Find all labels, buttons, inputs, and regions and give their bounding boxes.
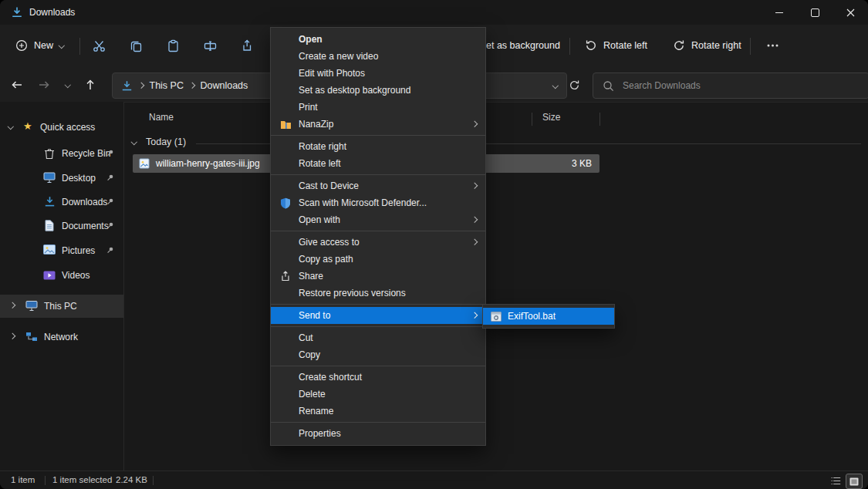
menu-item-set-as-desktop-background[interactable]: Set as desktop background	[271, 82, 485, 99]
see-more-button[interactable]	[758, 33, 787, 58]
new-button[interactable]: New	[8, 33, 72, 58]
pin-icon	[106, 174, 114, 182]
breadcrumb-this-pc[interactable]: This PC	[150, 80, 184, 91]
pin-icon	[106, 246, 114, 255]
group-header-label[interactable]: Today (1)	[146, 137, 186, 147]
thumbnail-view-icon	[849, 477, 859, 486]
address-dropdown-icon[interactable]	[552, 83, 558, 89]
menu-item-create-a-new-video[interactable]: Create a new video	[271, 48, 485, 65]
paste-button[interactable]	[158, 33, 187, 58]
column-divider[interactable]	[532, 113, 532, 126]
menu-item-label: Rename	[299, 406, 333, 416]
rename-button[interactable]	[195, 33, 225, 58]
menu-item-open-with[interactable]: Open with	[271, 211, 485, 228]
downloads-icon	[11, 6, 23, 19]
thumbnail-view-button[interactable]	[846, 474, 863, 489]
menu-item-rotate-left[interactable]: Rotate left	[271, 155, 485, 172]
menu-item-share[interactable]: Share	[271, 268, 485, 285]
downloads-icon	[44, 196, 56, 207]
menu-item-rename[interactable]: Rename	[271, 403, 485, 420]
column-header-name[interactable]: Name	[149, 112, 174, 123]
share-button[interactable]	[232, 33, 262, 58]
details-view-icon	[831, 477, 841, 485]
menu-item-print[interactable]: Print	[271, 99, 485, 116]
submenu-item-exiftool-bat[interactable]: ExifTool.bat	[483, 308, 614, 325]
details-view-button[interactable]	[828, 474, 843, 487]
new-button-label: New	[34, 40, 53, 51]
sidebar-item-videos[interactable]: Videos	[0, 264, 123, 287]
menu-item-delete[interactable]: Delete	[271, 386, 485, 403]
menu-item-restore-previous-versions[interactable]: Restore previous versions	[271, 285, 485, 302]
sidebar-item-downloads[interactable]: Downloads	[0, 191, 123, 214]
set-as-background-button-clipped[interactable]: et as background	[486, 40, 560, 51]
menu-item-edit-with-photos[interactable]: Edit with Photos	[271, 65, 485, 82]
see-more-icon	[767, 44, 778, 47]
menu-item-send-to[interactable]: Send to	[271, 307, 485, 324]
submenu-arrow-icon	[471, 217, 477, 223]
sidebar-item-pictures[interactable]: Pictures	[0, 239, 123, 262]
column-header-size[interactable]: Size	[542, 112, 560, 123]
recent-locations-button[interactable]	[61, 74, 75, 96]
column-divider[interactable]	[599, 113, 600, 126]
star-icon: ★	[23, 120, 32, 132]
menu-item-copy[interactable]: Copy	[271, 346, 485, 363]
menu-item-label: Properties	[299, 428, 341, 439]
this-pc-label: This PC	[44, 301, 77, 312]
menu-item-give-access-to[interactable]: Give access to	[271, 234, 485, 251]
close-icon	[846, 8, 855, 17]
chevron-right-icon[interactable]	[9, 333, 15, 339]
chevron-right-icon[interactable]	[9, 302, 15, 309]
up-button[interactable]	[79, 74, 101, 96]
menu-item-copy-as-path[interactable]: Copy as path	[271, 251, 485, 268]
minimize-button[interactable]	[762, 0, 797, 25]
search-input[interactable]	[621, 79, 840, 92]
forward-button[interactable]	[33, 74, 55, 96]
menu-item-cut[interactable]: Cut	[271, 329, 485, 346]
status-divider	[153, 476, 154, 485]
rotate-right-label: Rotate right	[691, 40, 741, 51]
menu-item-label: Print	[299, 102, 318, 113]
context-menu: Open Create a new video Edit with Photos…	[270, 27, 486, 446]
sidebar-item-desktop[interactable]: Desktop	[0, 167, 123, 190]
sidebar-item-recycle-bin[interactable]: Recycle Bin	[0, 142, 123, 165]
copy-button[interactable]	[121, 33, 150, 58]
menu-item-scan-with-defender[interactable]: Scan with Microsoft Defender...	[271, 194, 485, 211]
menu-item-properties[interactable]: Properties	[271, 425, 485, 442]
group-collapse-icon[interactable]	[131, 139, 137, 145]
menu-separator	[271, 135, 485, 136]
menu-item-rotate-right[interactable]: Rotate right	[271, 138, 485, 155]
submenu-arrow-icon	[471, 183, 477, 189]
rotate-left-label: Rotate left	[603, 40, 647, 51]
close-button[interactable]	[833, 0, 868, 25]
magnifier-icon	[603, 80, 614, 92]
sidebar-item-documents[interactable]: Documents	[0, 214, 123, 238]
breadcrumb-downloads[interactable]: Downloads	[200, 80, 248, 91]
chevron-right-icon	[189, 83, 195, 89]
sidebar-quick-access[interactable]: ★ Quick access	[0, 116, 123, 139]
chevron-right-icon	[138, 83, 144, 89]
videos-icon	[43, 271, 56, 280]
maximize-button[interactable]	[797, 0, 833, 25]
menu-item-nanazip[interactable]: NanaZip	[271, 116, 485, 133]
menu-separator	[271, 231, 485, 231]
desktop-icon	[43, 172, 56, 184]
menu-item-cast-to-device[interactable]: Cast to Device	[271, 177, 485, 194]
selection-size: 2.24 KB	[116, 475, 147, 484]
submenu-arrow-icon	[471, 121, 477, 127]
sidebar-item-this-pc[interactable]: This PC	[0, 295, 123, 318]
back-button[interactable]	[6, 74, 28, 96]
cut-button[interactable]	[84, 33, 113, 58]
menu-item-label: Edit with Photos	[299, 68, 365, 79]
menu-item-label: Set as desktop background	[299, 85, 410, 96]
menu-item-create-shortcut[interactable]: Create shortcut	[271, 369, 485, 386]
sidebar-item-network[interactable]: Network	[0, 325, 123, 349]
rotate-right-button[interactable]: Rotate right	[665, 33, 749, 58]
toolbar-divider	[569, 38, 570, 55]
chevron-down-icon[interactable]	[8, 123, 14, 130]
menu-separator	[271, 174, 485, 175]
pictures-icon	[43, 244, 56, 255]
maximize-icon	[811, 8, 819, 17]
rotate-left-button[interactable]: Rotate left	[577, 33, 655, 58]
menu-item-open[interactable]: Open	[271, 31, 485, 48]
refresh-button[interactable]	[563, 74, 585, 96]
